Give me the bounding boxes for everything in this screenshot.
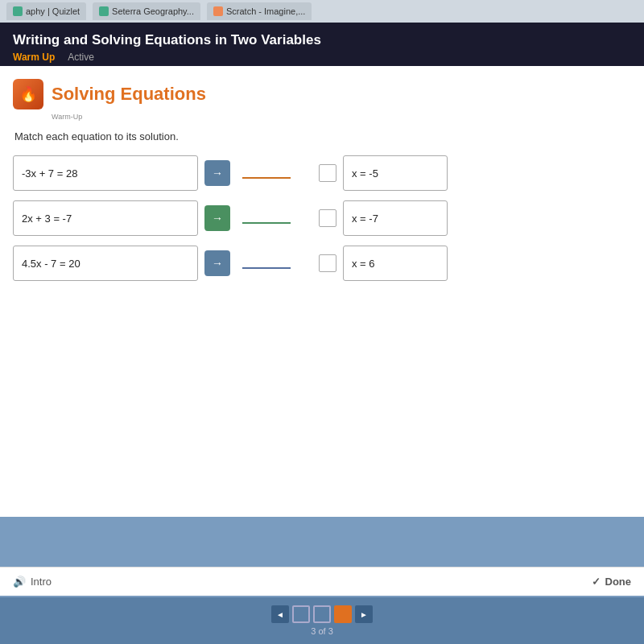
solution-checkbox-3[interactable] xyxy=(319,254,336,272)
arrow-button-2[interactable]: → xyxy=(204,205,230,231)
taskbar: ◄ ► 3 of 3 xyxy=(0,597,644,644)
bottom-bar: 🔊 Intro ✓ Done xyxy=(0,567,644,596)
connector-lines xyxy=(238,160,319,289)
warmup-label: Warm-Up xyxy=(52,113,631,121)
nav-warmup[interactable]: Warm Up xyxy=(13,52,55,63)
fire-icon: 🔥 xyxy=(19,85,37,103)
solution-checkbox-2[interactable] xyxy=(319,209,336,227)
done-label: Done xyxy=(605,576,632,588)
arrow-icon-2: → xyxy=(212,212,223,225)
taskbar-nav: ◄ ► xyxy=(271,605,373,623)
match-area: -3x + 7 = 28 → 2x + 3 = -7 → 4.5x - 7 = … xyxy=(13,155,631,291)
arrow-button-1[interactable]: → xyxy=(204,160,230,186)
equation-row-3: 4.5x - 7 = 20 → xyxy=(13,246,238,281)
equation-row-2: 2x + 3 = -7 → xyxy=(13,200,238,236)
tab-bar: aphy | Quizlet Seterra Geography... Scra… xyxy=(0,0,644,23)
seterra-icon xyxy=(99,6,109,16)
solution-text-3: x = 6 xyxy=(352,258,375,270)
solution-row-1: x = -5 xyxy=(319,155,464,191)
quizlet-icon xyxy=(13,6,23,16)
app-header: Writing and Solving Equations in Two Var… xyxy=(0,23,644,66)
intro-label: Intro xyxy=(31,576,52,588)
solution-checkbox-1[interactable] xyxy=(319,164,336,182)
equation-box-3: 4.5x - 7 = 20 xyxy=(13,246,198,281)
nav-next-button[interactable]: ► xyxy=(355,605,373,623)
solution-row-3: x = 6 xyxy=(319,246,464,281)
arrow-icon-1: → xyxy=(212,167,223,180)
nav-square-3[interactable] xyxy=(334,605,352,623)
chevron-right-icon: ► xyxy=(360,610,368,619)
equation-text-2: 2x + 3 = -7 xyxy=(22,213,72,225)
nav-square-1[interactable] xyxy=(292,605,310,623)
tab-seterra-label: Seterra Geography... xyxy=(112,6,194,16)
app-title: Writing and Solving Equations in Two Var… xyxy=(13,32,631,48)
left-column: -3x + 7 = 28 → 2x + 3 = -7 → 4.5x - 7 = … xyxy=(13,155,238,291)
speaker-icon: 🔊 xyxy=(13,576,26,588)
scratch-icon xyxy=(213,6,223,16)
page-indicator: 3 of 3 xyxy=(311,626,333,636)
solution-row-2: x = -7 xyxy=(319,200,464,236)
app-nav: Warm Up Active xyxy=(13,52,631,63)
right-column: x = -5 x = -7 x = 6 xyxy=(319,155,464,291)
solution-text-2: x = -7 xyxy=(352,213,378,225)
solution-box-1: x = -5 xyxy=(343,155,448,191)
card-title: Solving Equations xyxy=(52,84,206,105)
solution-box-3: x = 6 xyxy=(343,246,448,281)
card-icon: 🔥 xyxy=(13,79,43,109)
nav-active: Active xyxy=(68,52,94,63)
tab-quizlet[interactable]: aphy | Quizlet xyxy=(6,2,86,20)
tab-quizlet-label: aphy | Quizlet xyxy=(26,6,80,16)
chevron-left-icon: ◄ xyxy=(276,610,284,619)
tab-scratch-label: Scratch - Imagine,... xyxy=(226,6,305,16)
solution-text-1: x = -5 xyxy=(352,167,378,180)
content-card: 🔥 Solving Equations Warm-Up Match each e… xyxy=(0,66,644,517)
nav-square-2[interactable] xyxy=(313,605,331,623)
equation-box-1: -3x + 7 = 28 xyxy=(13,155,198,191)
tab-scratch[interactable]: Scratch - Imagine,... xyxy=(207,2,312,20)
intro-button[interactable]: 🔊 Intro xyxy=(13,576,52,588)
tab-seterra[interactable]: Seterra Geography... xyxy=(93,2,200,20)
done-button[interactable]: ✓ Done xyxy=(592,576,632,588)
equation-text-3: 4.5x - 7 = 20 xyxy=(22,258,80,270)
instructions: Match each equation to its solution. xyxy=(14,130,631,142)
card-header: 🔥 Solving Equations xyxy=(13,79,631,109)
equation-box-2: 2x + 3 = -7 xyxy=(13,200,198,236)
equation-text-1: -3x + 7 = 28 xyxy=(22,167,77,180)
solution-box-2: x = -7 xyxy=(343,200,448,236)
arrow-icon-3: → xyxy=(212,257,223,270)
nav-prev-button[interactable]: ◄ xyxy=(271,605,289,623)
arrow-button-3[interactable]: → xyxy=(204,250,230,276)
equation-row-1: -3x + 7 = 28 → xyxy=(13,155,238,191)
check-icon: ✓ xyxy=(592,576,601,588)
